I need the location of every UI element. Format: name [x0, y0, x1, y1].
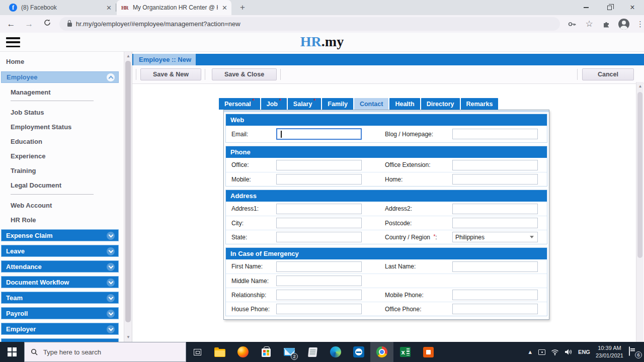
tab-close-icon[interactable]: ✕ [218, 4, 231, 12]
tab-personal[interactable]: Personal* [219, 98, 260, 110]
sidebar-item-experience[interactable]: Experience [0, 152, 124, 160]
forward-button[interactable]: → [22, 19, 36, 29]
sidebar-accordion-document-workflow[interactable]: Document Workflow [1, 276, 119, 288]
taskbar-teamviewer[interactable] [347, 342, 370, 362]
office-extension-input[interactable] [452, 160, 538, 170]
save-and-new-button[interactable]: Save & New [140, 68, 201, 80]
blog-homepage-input[interactable] [452, 129, 538, 139]
back-button[interactable]: ← [4, 19, 18, 29]
main-scrollbar[interactable]: ▲ [636, 82, 643, 342]
section-header: Address [226, 190, 547, 202]
sidebar-accordion-attendance[interactable]: Attendance [1, 260, 119, 273]
tab-remarks[interactable]: Remarks [461, 98, 499, 110]
taskbar-firefox[interactable] [231, 342, 255, 362]
scroll-up-icon[interactable]: ▲ [636, 83, 644, 90]
taskbar-mail[interactable]: 2 [278, 342, 301, 362]
tab-family[interactable]: Family [322, 98, 353, 110]
taskbar-clock[interactable]: 10:39 AM 23/01/2021 [596, 344, 623, 359]
search-input[interactable] [43, 348, 169, 356]
office-input[interactable] [276, 160, 362, 170]
sidebar-item-job-status[interactable]: Job Status [0, 109, 124, 116]
sidebar-accordion-leave[interactable]: Leave [1, 245, 119, 257]
reload-button[interactable] [40, 19, 54, 29]
start-button[interactable] [0, 342, 24, 362]
address2-input[interactable] [452, 204, 538, 214]
email-input[interactable] [276, 128, 362, 140]
sidebar-accordion-team[interactable]: Team [1, 292, 119, 304]
taskbar-notepad[interactable] [301, 342, 324, 362]
country-region-select[interactable]: Philippines [452, 232, 538, 242]
window-minimize-button[interactable] [575, 0, 598, 15]
sidebar-accordion-partial[interactable] [1, 338, 119, 342]
sidebar-item-training[interactable]: Training [0, 167, 124, 174]
sidebar-item-education[interactable]: Education [0, 138, 124, 145]
taskbar-chrome-active[interactable] [370, 342, 393, 362]
scroll-down-icon[interactable]: ▼ [124, 333, 132, 341]
panel-tab-employee-new[interactable]: Employee :: New [133, 54, 196, 65]
tab-job[interactable]: Job* [261, 98, 287, 110]
first-name-input[interactable] [276, 261, 362, 272]
scroll-up-icon[interactable]: ▲ [124, 52, 132, 60]
home-input[interactable] [452, 174, 538, 185]
browser-menu-icon[interactable]: ⋮ [636, 20, 644, 29]
action-center-button[interactable]: 6 [629, 347, 640, 357]
taskbar-search[interactable] [24, 342, 186, 362]
tab-contact[interactable]: Contact [354, 98, 389, 110]
mobile-phone-input[interactable] [452, 290, 538, 300]
address1-input[interactable] [276, 204, 362, 214]
sidebar-item-employee[interactable]: Employee [1, 71, 119, 83]
browser-tab-facebook[interactable]: f (8) Facebook ✕ [5, 0, 116, 15]
password-key-icon[interactable] [567, 19, 577, 29]
tray-monitor-icon[interactable] [538, 349, 545, 355]
tab-health[interactable]: Health [389, 98, 420, 110]
sidebar-item-employment-status[interactable]: Employment Status [0, 123, 124, 131]
mobile-input[interactable] [276, 174, 362, 185]
scrollbar-thumb[interactable] [125, 61, 131, 322]
task-view-button[interactable] [186, 342, 208, 362]
language-indicator[interactable]: ENG [578, 349, 590, 355]
tab-close-icon[interactable]: ✕ [102, 4, 116, 12]
taskbar-recorder[interactable] [417, 342, 440, 362]
scrollbar-thumb[interactable] [637, 92, 642, 258]
office-phone-input[interactable] [452, 304, 538, 314]
state-input[interactable] [276, 232, 362, 242]
lock-icon[interactable] [67, 23, 72, 27]
window-close-button[interactable]: × [621, 0, 644, 15]
browser-tab-hrmy[interactable]: HR My Organization HR Center @ H ✕ [117, 0, 231, 15]
new-tab-button[interactable]: + [236, 2, 249, 14]
sidebar-item-hr-role[interactable]: HR Role [0, 216, 124, 224]
tray-expand-icon[interactable]: ▲ [527, 349, 533, 355]
relationship-input[interactable] [276, 290, 362, 300]
taskbar-excel[interactable]: x [393, 342, 417, 362]
sidebar-item-home[interactable]: Home [0, 58, 124, 65]
sidebar-scrollbar[interactable]: ▲ ▼ [124, 52, 132, 342]
wifi-icon[interactable] [551, 349, 559, 355]
sidebar-item-management[interactable]: Management [0, 88, 124, 96]
bookmark-star-icon[interactable]: ☆ [584, 19, 594, 29]
window-restore-button[interactable] [598, 0, 621, 15]
tab-salary[interactable]: Salary* [288, 98, 321, 110]
cancel-button[interactable]: Cancel [582, 68, 634, 80]
extensions-puzzle-icon[interactable] [601, 19, 611, 29]
sidebar-accordion-employer[interactable]: Employer [1, 323, 119, 335]
last-name-input[interactable] [452, 261, 538, 272]
url-text: hr.my/go/employer/#employee/management?a… [76, 20, 240, 28]
taskbar-edge[interactable] [324, 342, 347, 362]
sidebar-accordion-expense-claim[interactable]: Expense Claim [1, 229, 119, 241]
sidebar-accordion-payroll[interactable]: Payroll [1, 307, 119, 319]
volume-icon[interactable] [565, 348, 573, 355]
save-and-close-button[interactable]: Save & Close [212, 68, 277, 80]
taskbar-file-explorer[interactable] [208, 342, 231, 362]
house-phone-input[interactable] [276, 304, 362, 314]
chevron-down-icon [107, 294, 115, 302]
address-bar[interactable]: hr.my/go/employer/#employee/management?a… [59, 17, 560, 31]
profile-avatar[interactable] [618, 19, 629, 30]
city-label: City: [231, 220, 276, 227]
postcode-input[interactable] [452, 218, 538, 228]
middle-name-input[interactable] [276, 276, 362, 286]
taskbar-store[interactable] [255, 342, 278, 362]
sidebar-item-web-account[interactable]: Web Account [0, 202, 124, 209]
tab-directory[interactable]: Directory [421, 98, 460, 110]
sidebar-item-legal-document[interactable]: Legal Document [0, 182, 124, 189]
city-input[interactable] [276, 218, 362, 228]
